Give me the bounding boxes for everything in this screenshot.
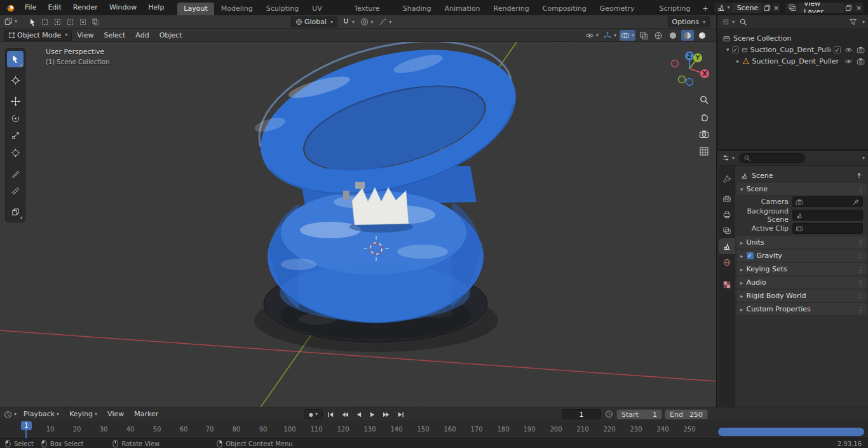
select-mode-intersect-button[interactable]	[89, 17, 102, 27]
tab-tool-properties[interactable]	[719, 171, 735, 187]
blender-logo-icon[interactable]	[0, 3, 19, 12]
visibility-dropdown[interactable]: ▾	[584, 30, 600, 41]
suction-cup-model[interactable]	[242, 42, 531, 352]
drag-handle-icon[interactable]: ⣿	[858, 240, 863, 246]
tool-rotate[interactable]	[7, 110, 24, 126]
menu-object[interactable]: Object	[154, 29, 187, 42]
frame-end-field[interactable]: End 250	[665, 409, 708, 419]
scene-browse-button[interactable]: ▾	[714, 3, 733, 13]
menu-file[interactable]: File	[19, 0, 42, 15]
menu-edit[interactable]: Edit	[42, 0, 67, 15]
zoom-button[interactable]	[698, 94, 710, 105]
menu-render[interactable]: Render	[67, 0, 104, 15]
camera-field[interactable]	[792, 196, 863, 207]
gravity-checkbox[interactable]: ✓	[747, 252, 754, 259]
overlays-dropdown[interactable]: ▾	[620, 30, 635, 41]
properties-search-input[interactable]	[753, 154, 797, 161]
gizmo-axis-z[interactable]: Z	[685, 51, 694, 60]
drag-handle-icon[interactable]: ⣿	[858, 253, 863, 259]
collection-exclude-checkbox[interactable]: ✓	[732, 46, 739, 53]
tab-render-properties[interactable]	[719, 191, 735, 207]
tab-world-properties[interactable]	[719, 254, 735, 270]
timeline-editor-type-button[interactable]: ▾	[3, 409, 18, 420]
background-scene-field[interactable]	[792, 210, 863, 221]
drag-handle-icon[interactable]: ⣿	[858, 186, 863, 193]
play-reverse-button[interactable]	[353, 409, 365, 419]
shading-rendered-button[interactable]	[696, 30, 709, 41]
panel-keying-sets[interactable]: ▸ Keying Sets ⣿	[736, 263, 867, 275]
falloff-dropdown[interactable]: ▾	[377, 17, 393, 27]
options-dropdown[interactable]: Options ▾	[668, 17, 710, 27]
jump-to-start-button[interactable]	[325, 409, 337, 419]
camera-view-button[interactable]	[698, 128, 710, 140]
gizmos-dropdown[interactable]: ▾	[602, 30, 618, 41]
properties-search-field[interactable]	[739, 153, 805, 163]
tool-transform[interactable]	[7, 144, 24, 161]
eyedropper-icon[interactable]	[852, 198, 860, 206]
properties-editor-type-button[interactable]: ▾	[721, 153, 736, 163]
active-tool-icon[interactable]	[25, 17, 38, 27]
orientation-dropdown[interactable]: Global ▾	[291, 17, 337, 27]
menu-select[interactable]: Select	[98, 29, 130, 42]
jump-to-end-button[interactable]	[395, 409, 407, 419]
tab-output-properties[interactable]	[719, 207, 735, 222]
drag-handle-icon[interactable]: ⣿	[858, 293, 863, 299]
navigation-gizmo[interactable]: Z Y X	[667, 46, 712, 91]
pan-button[interactable]	[698, 111, 710, 123]
next-keyframe-button[interactable]	[381, 409, 393, 419]
tab-view-layer-properties[interactable]	[719, 222, 735, 238]
tab-scripting[interactable]: Scripting	[653, 3, 696, 15]
auto-keying-button[interactable]: ● ▾	[304, 409, 323, 419]
drag-handle-icon[interactable]: ⣿	[858, 266, 863, 273]
view-layer-remove-button[interactable]: ×	[853, 3, 864, 13]
select-mode-extend-button[interactable]	[51, 17, 64, 27]
drag-handle-icon[interactable]: ⣿	[858, 306, 863, 313]
tab-rendering[interactable]: Rendering	[487, 3, 536, 15]
panel-audio[interactable]: ▸ Audio ⣿	[736, 276, 867, 288]
gizmo-axis-x-neg[interactable]	[672, 60, 679, 67]
outliner-editor-type-button[interactable]: ▾	[721, 17, 736, 27]
current-frame-field[interactable]: 1	[562, 409, 601, 419]
outliner-filter-button[interactable]	[849, 18, 857, 26]
tab-scene-properties[interactable]	[719, 238, 735, 254]
panel-custom-properties[interactable]: ▸ Custom Properties ⣿	[736, 303, 867, 315]
tab-compositing[interactable]: Compositing	[536, 3, 593, 15]
mode-dropdown[interactable]: Object Mode ▾	[4, 30, 72, 41]
add-workspace-button[interactable]: +	[697, 3, 713, 15]
select-mode-new-button[interactable]	[38, 17, 51, 27]
pin-button[interactable]	[855, 172, 863, 179]
view-layer-browse-button[interactable]	[785, 3, 799, 13]
shading-material-button[interactable]	[681, 30, 694, 41]
editor-type-button[interactable]: ▾	[3, 17, 18, 27]
play-button[interactable]	[367, 409, 379, 419]
horizontal-scrollbar[interactable]	[718, 428, 864, 436]
tool-select-box[interactable]	[7, 51, 24, 67]
menu-help[interactable]: Help	[142, 0, 170, 15]
tab-animation[interactable]: Animation	[438, 3, 487, 15]
select-mode-subtract-button[interactable]	[64, 17, 76, 27]
gizmo-axis-z-neg[interactable]	[686, 79, 693, 86]
tool-scale[interactable]	[7, 127, 24, 144]
view-layer-name[interactable]: View Layer	[799, 2, 844, 13]
hide-eye-icon[interactable]	[844, 46, 853, 54]
tab-modeling[interactable]: Modeling	[215, 3, 259, 15]
hide-eye-icon[interactable]	[844, 57, 853, 65]
tab-texture-paint[interactable]: Texture Paint	[348, 3, 396, 15]
xray-toggle-button[interactable]	[637, 30, 650, 41]
scene-name[interactable]: Scene	[733, 4, 763, 12]
panel-gravity[interactable]: ▸ ✓ Gravity ⣿	[736, 250, 867, 262]
keying-menu[interactable]: Keying ▾	[65, 407, 102, 421]
panel-scene[interactable]: ▾ Scene ⣿	[736, 183, 867, 195]
selectable-checkbox[interactable]: ✓	[834, 46, 841, 53]
tab-geometry-nodes[interactable]: Geometry Nodes	[593, 3, 653, 15]
panel-units[interactable]: ▸ Units ⣿	[736, 236, 867, 248]
playback-menu[interactable]: Playback ▾	[19, 407, 64, 421]
panel-rigid-body-world[interactable]: ▸ Rigid Body World ⣿	[736, 290, 867, 302]
shading-solid-button[interactable]	[667, 30, 679, 41]
tool-cursor[interactable]	[7, 72, 24, 88]
tab-layout[interactable]: Layout	[177, 3, 214, 15]
scene-copy-button[interactable]	[763, 3, 771, 13]
expand-arrow-icon[interactable]: ▾	[726, 46, 729, 53]
timeline-view-menu[interactable]: View	[103, 407, 128, 421]
disable-render-camera-icon[interactable]	[857, 57, 865, 65]
